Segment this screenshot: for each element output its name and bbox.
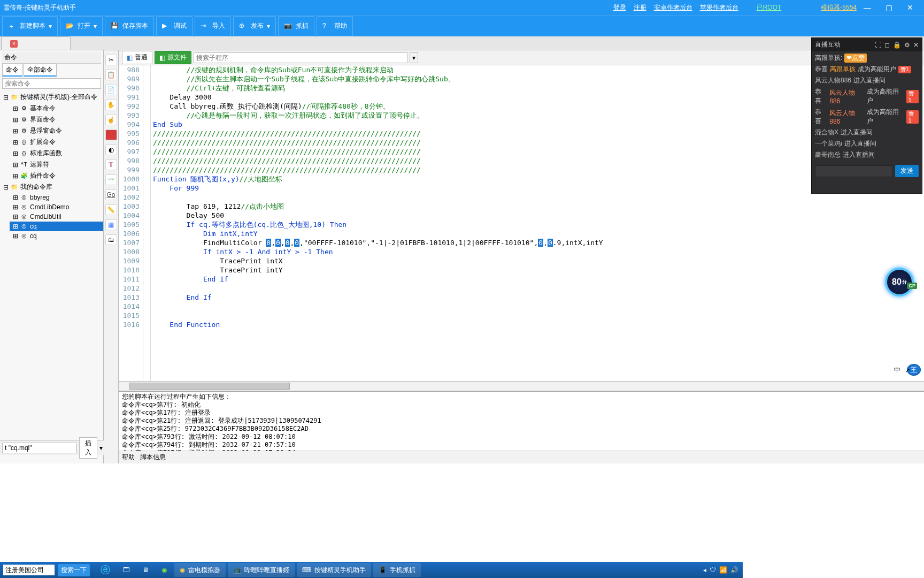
tray-chevron-icon[interactable]: ◂ (703, 566, 706, 574)
palette-icon[interactable]: 𝕋 (105, 159, 117, 170)
like-badge[interactable]: ❤点赞 (844, 54, 867, 63)
tab-commands[interactable]: 命令 (2, 64, 22, 77)
hand-icon[interactable]: ✋ (105, 100, 117, 110)
close-button[interactable]: ✕ (899, 3, 921, 12)
screenshot-button[interactable]: 📷抓抓 (278, 16, 314, 36)
live-expand-icon[interactable]: ⛶ (875, 41, 881, 49)
tree-root[interactable]: ⊟📁按键精灵(手机版)-全部命令 (0, 92, 103, 103)
console-lines: 您的脚本在运行过程中产生如下信息：命令库<cq>第7行: 初始化命令库<cq>第… (119, 392, 924, 451)
debug-button[interactable]: ▶调试 (156, 16, 192, 36)
layers-icon[interactable]: 🗂 (105, 234, 117, 245)
tab-normal-view[interactable]: ◧普通 (122, 51, 152, 64)
taskbar-explorer-icon[interactable]: 🗔 (118, 563, 135, 577)
system-tray[interactable]: ◂ 🛡 📶 🔊 (699, 566, 743, 574)
ime-zh[interactable]: 中 (894, 366, 900, 375)
register-link[interactable]: 注册 (634, 3, 646, 12)
maximize-button[interactable]: ▢ (878, 3, 899, 12)
taskbar-app[interactable]: 📺哔哩哔哩直播姬 (228, 563, 295, 577)
ruler-icon[interactable]: 📏 (105, 204, 117, 215)
live-header: 直播互动 ⛶ ◻ 🔒 ⚙ ✕ (812, 38, 922, 51)
taskbar-search-go[interactable]: 搜索一下 (58, 564, 90, 576)
command-tree[interactable]: ⊟📁按键精灵(手机版)-全部命令 ⊞⚙基本命令 ⊞⚙界面命令 ⊞⚙悬浮窗命令 ⊞… (0, 90, 103, 463)
live-gear-icon[interactable]: ⚙ (904, 41, 910, 49)
tree-node[interactable]: ⊞⚙悬浮窗命令 (10, 125, 103, 136)
console-tab-help[interactable]: 帮助 (122, 453, 135, 462)
ime-pen[interactable]: ✎ (914, 367, 920, 374)
live-lock-icon[interactable]: 🔒 (893, 41, 901, 49)
tree-node[interactable]: ⊞⚙基本命令 (10, 103, 103, 114)
live-send-button[interactable]: 发送 (895, 165, 919, 177)
lib-icon: ◎ (20, 223, 28, 230)
publish-button[interactable]: ⊕发布▾ (233, 16, 276, 36)
dropdown-icon[interactable]: ▾ (410, 52, 418, 63)
live-pop-icon[interactable]: ◻ (884, 41, 890, 49)
live-item: 恭喜 风云人物886 成为高能用户赞1 (815, 86, 919, 107)
command-search-input[interactable] (2, 78, 101, 89)
tray-shield-icon[interactable]: 🛡 (710, 566, 716, 574)
tree-node[interactable]: ⊞⚙界面命令 (10, 114, 103, 125)
source-lines[interactable]: //按键的规则机制，命令库的Sub或Fun不可直接作为子线程来启动 //所以先在… (151, 65, 924, 381)
copy-icon[interactable]: 📋 (105, 70, 117, 80)
tree-my-node[interactable]: ⊞◎cq (10, 231, 103, 241)
live-panel: 直播互动 ⛶ ◻ 🔒 ⚙ ✕ 高跟单孩: ❤点赞 恭喜 高跟单孩 成为高能用户赞… (811, 37, 922, 194)
scrollbar-thumb[interactable] (129, 383, 290, 390)
import-button[interactable]: ⇥导入 (195, 16, 231, 36)
taskbar-app[interactable]: ◉雷电模拟器 (174, 563, 226, 577)
taskbar-search[interactable] (3, 565, 55, 575)
open-button[interactable]: 📂打开▾ (60, 16, 103, 36)
pointer-icon[interactable]: ☝ (105, 115, 117, 125)
wave-icon[interactable]: 〰 (105, 174, 117, 185)
tree-node[interactable]: ⊞ᴬT运算符 (10, 159, 103, 170)
live-item: 风云人物886 进入直播间 (815, 75, 919, 86)
fold-gutter[interactable] (143, 65, 151, 381)
apple-dev-link[interactable]: 苹果作者后台 (700, 3, 738, 12)
tree-node[interactable]: ⊞{}标准库函数 (10, 148, 103, 159)
taskbar-ie-icon[interactable]: ⓔ (95, 563, 116, 577)
file-tab[interactable]: × (1, 36, 71, 50)
tree-node[interactable]: ⊞{}扩展命令 (10, 136, 103, 148)
taskbar-360-icon[interactable]: ◉ (156, 563, 172, 577)
paste-icon[interactable]: 📄 (105, 85, 117, 95)
tree-my-node-selected[interactable]: ⊞◎cq (10, 222, 103, 231)
login-link[interactable]: 登录 (613, 3, 626, 12)
tray-network-icon[interactable]: 📶 (719, 566, 727, 574)
console-tab-info[interactable]: 脚本信息 (140, 453, 166, 462)
close-tab-icon[interactable]: × (10, 40, 18, 48)
tree-my-node[interactable]: ⊞◎CmdLibUtil (10, 212, 103, 222)
live-message-input[interactable] (815, 165, 893, 177)
new-script-button[interactable]: ＋新建脚本▾ (2, 16, 58, 36)
output-console[interactable]: 您的脚本在运行过程中产生如下信息：命令库<cq>第7行: 初始化命令库<cq>第… (119, 391, 924, 451)
insert-button[interactable]: 插入 (79, 437, 97, 459)
taskbar-app[interactable]: ⌨按键精灵手机助手 (297, 563, 371, 577)
save-button[interactable]: 💾保存脚本 (105, 16, 154, 36)
tray-volume-icon[interactable]: 🔊 (730, 566, 738, 574)
tab-source-view[interactable]: ◧源文件 (155, 51, 191, 64)
code-editor[interactable]: 988 989 990 991 992 993 994 995 996 997 … (119, 65, 924, 381)
taskbar-app[interactable]: 📱手机抓抓 (373, 563, 421, 577)
horizontal-scrollbar[interactable] (119, 381, 924, 391)
score-circle[interactable]: 80分 CP (885, 268, 914, 296)
help-button[interactable]: ?帮助 (317, 16, 353, 36)
tree-my-node[interactable]: ⊞◎CmdLibDemo (10, 202, 103, 212)
android-dev-link[interactable]: 安卓作者后台 (654, 3, 692, 12)
taskbar-desktop-icon[interactable]: 🖥 (137, 563, 154, 577)
tree-my-root[interactable]: ⊟📁我的命令库 (0, 181, 103, 193)
status-path[interactable] (2, 443, 77, 453)
live-close-icon[interactable]: ✕ (913, 41, 919, 49)
title-links: 登录 注册 安卓作者后台 苹果作者后台 已ROOT 模拟器-5554 (613, 3, 857, 12)
taskbar[interactable]: 搜索一下 ⓔ 🗔 🖥 ◉ ◉雷电模拟器 📺哔哩哔哩直播姬 ⌨按键精灵手机助手 📱… (0, 562, 743, 578)
ime-arrow[interactable]: ↗ (905, 367, 910, 374)
tree-node[interactable]: ⊞🧩插件命令 (10, 170, 103, 181)
cut-icon[interactable]: ✂ (105, 55, 117, 65)
simulator-dropdown[interactable]: 模拟器-5554 (821, 3, 857, 12)
go-icon[interactable]: Go (105, 189, 117, 200)
tab-all-commands[interactable]: 全部命令 (24, 64, 57, 77)
sub-search-input[interactable] (194, 52, 407, 63)
tree-my-node[interactable]: ⊞◎bbyreg (10, 193, 103, 202)
grid-icon[interactable]: ▦ (105, 219, 117, 230)
shape-icon[interactable]: ◐ (105, 144, 117, 155)
minimize-button[interactable]: — (857, 3, 878, 12)
lib-icon: ◎ (20, 203, 28, 211)
color-icon[interactable] (105, 130, 117, 140)
live-body: 高跟单孩: ❤点赞 恭喜 高跟单孩 成为高能用户赞1风云人物886 进入直播间恭… (812, 51, 922, 181)
